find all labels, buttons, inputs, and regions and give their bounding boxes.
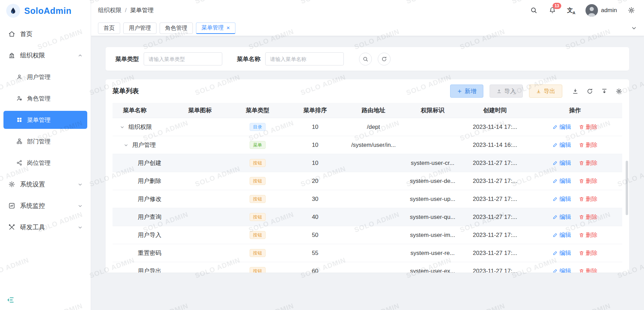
sidebar-item-home[interactable]: 首页 <box>3 25 87 43</box>
cell-menu-name: 重置密码 <box>113 244 171 262</box>
sidebar-item-position-management[interactable]: 岗位管理 <box>3 154 87 172</box>
cell-menu-name: 用户创建 <box>113 154 171 172</box>
edit-link[interactable]: 编辑 <box>553 231 571 239</box>
delete-link[interactable]: 删除 <box>579 195 598 203</box>
delete-link[interactable]: 删除 <box>579 123 598 131</box>
cell-route <box>344 244 403 262</box>
app-logo[interactable]: SoloAdmin <box>0 0 91 21</box>
table-scrollbar-thumb[interactable] <box>626 161 628 215</box>
edit-link[interactable]: 编辑 <box>553 195 571 203</box>
edit-link[interactable]: 编辑 <box>553 213 571 221</box>
row-expand-caret-icon[interactable] <box>120 125 128 130</box>
chevron-down-icon <box>78 203 83 209</box>
breadcrumb-parent[interactable]: 组织权限 <box>98 6 122 14</box>
cell-actions: 编辑删除 <box>528 172 622 190</box>
cell-created: 2023-11-27 17:... <box>462 208 528 226</box>
expand-rows-icon[interactable] <box>601 88 608 95</box>
breadcrumb: 组织权限 / 菜单管理 <box>98 6 154 14</box>
edit-link[interactable]: 编辑 <box>553 123 571 131</box>
cell-menu-type: 按钮 <box>229 226 286 244</box>
sidebar-item-user-management[interactable]: 用户管理 <box>3 68 87 86</box>
menu-name-text: 重置密码 <box>138 249 161 257</box>
menu-type-input[interactable] <box>144 52 222 65</box>
column-settings-gear-icon[interactable] <box>616 88 622 95</box>
cell-menu-type: 按钮 <box>229 172 286 190</box>
sidebar-item-menu-management[interactable]: 菜单管理 <box>3 111 87 129</box>
collapse-sidebar-icon[interactable] <box>7 296 15 304</box>
refresh-icon[interactable] <box>587 88 593 95</box>
sidebar-item-system-monitor[interactable]: 系统监控 <box>3 197 87 215</box>
cell-menu-type: 按钮 <box>229 208 286 226</box>
delete-link[interactable]: 删除 <box>579 249 598 257</box>
plus-icon <box>457 89 462 94</box>
cell-permission: system-user-im... <box>403 226 462 244</box>
delete-link[interactable]: 删除 <box>579 213 598 221</box>
sidebar-footer <box>0 290 91 310</box>
cell-menu-order: 40 <box>286 208 344 226</box>
user-menu[interactable]: admin <box>585 4 617 17</box>
cell-actions: 编辑删除 <box>528 154 622 172</box>
sidebar-item-system-settings[interactable]: 系统设置 <box>3 175 87 193</box>
tab-home[interactable]: 首页 <box>98 23 120 34</box>
edit-link[interactable]: 编辑 <box>553 267 571 273</box>
column-header: 操作 <box>528 106 622 114</box>
menu-type-badge: 按钮 <box>250 249 266 257</box>
delete-link[interactable]: 删除 <box>579 231 598 239</box>
language-icon[interactable]: 文A <box>567 6 576 15</box>
tabs-dropdown-icon[interactable] <box>631 25 637 31</box>
reset-refresh-button[interactable] <box>378 53 391 65</box>
add-button[interactable]: 新增 <box>450 85 483 98</box>
tab-role-management[interactable]: 角色管理 <box>160 23 193 34</box>
sidebar-item-dev-tools[interactable]: 研发工具 <box>3 218 87 236</box>
department-icon <box>16 138 23 145</box>
cell-menu-type: 目录 <box>229 118 286 136</box>
search-button[interactable] <box>359 53 372 65</box>
tab-close-icon[interactable]: × <box>226 25 230 31</box>
cell-created: 2023-11-27 17:... <box>462 172 528 190</box>
column-header: 菜单排序 <box>286 106 344 114</box>
cell-route: /dept <box>344 118 403 136</box>
import-button[interactable]: 导入 <box>490 85 523 98</box>
menu-name-label: 菜单名称 <box>237 55 260 63</box>
sidebar-item-label: 用户管理 <box>27 73 83 81</box>
import-button-label: 导入 <box>504 87 516 95</box>
search-icon[interactable] <box>529 6 538 15</box>
sidebar-item-department-management[interactable]: 部门管理 <box>3 132 87 150</box>
tab-user-management[interactable]: 用户管理 <box>123 23 156 34</box>
tab-menu-management[interactable]: 菜单管理× <box>196 23 235 34</box>
cell-route <box>344 208 403 226</box>
dev-tools-icon <box>8 223 16 231</box>
delete-link[interactable]: 删除 <box>579 159 598 167</box>
settings-gear-icon[interactable] <box>627 6 636 15</box>
table-tool-icons <box>572 88 622 95</box>
delete-link[interactable]: 删除 <box>579 267 598 273</box>
collapse-all-icon[interactable] <box>572 88 579 95</box>
cell-menu-order: 50 <box>286 226 344 244</box>
delete-link[interactable]: 删除 <box>579 177 598 185</box>
panel-title: 菜单列表 <box>113 87 139 96</box>
delete-link[interactable]: 删除 <box>579 141 598 149</box>
cell-actions: 编辑删除 <box>528 190 622 208</box>
upload-icon <box>497 89 502 94</box>
menu-type-badge: 按钮 <box>250 159 266 167</box>
avatar <box>585 4 598 17</box>
edit-link[interactable]: 编辑 <box>553 177 571 185</box>
tab-label: 角色管理 <box>165 25 187 32</box>
sidebar-item-label: 组织权限 <box>20 51 73 60</box>
add-button-label: 新增 <box>465 87 476 95</box>
sidebar-item-role-management[interactable]: 角色管理 <box>3 89 87 107</box>
notification-bell-icon[interactable]: 13 <box>548 6 557 15</box>
sidebar-item-label: 角色管理 <box>27 95 83 103</box>
edit-link[interactable]: 编辑 <box>553 141 571 149</box>
table-row: 组织权限目录10/dept2023-11-14 17:...编辑删除 <box>113 118 622 136</box>
sidebar-item-org-permission[interactable]: 组织权限 <box>3 46 87 64</box>
row-expand-caret-icon[interactable] <box>124 143 132 148</box>
edit-link[interactable]: 编辑 <box>553 159 571 167</box>
export-button[interactable]: 导出 <box>529 85 562 98</box>
menu-grid-icon <box>16 117 23 123</box>
cell-menu-name: 用户管理 <box>113 136 171 154</box>
menu-type-badge: 按钮 <box>250 213 266 221</box>
table-row: 用户修改按钮30system-user-up...2023-11-27 17:.… <box>113 190 622 208</box>
edit-link[interactable]: 编辑 <box>553 249 571 257</box>
menu-name-input[interactable] <box>265 52 344 65</box>
